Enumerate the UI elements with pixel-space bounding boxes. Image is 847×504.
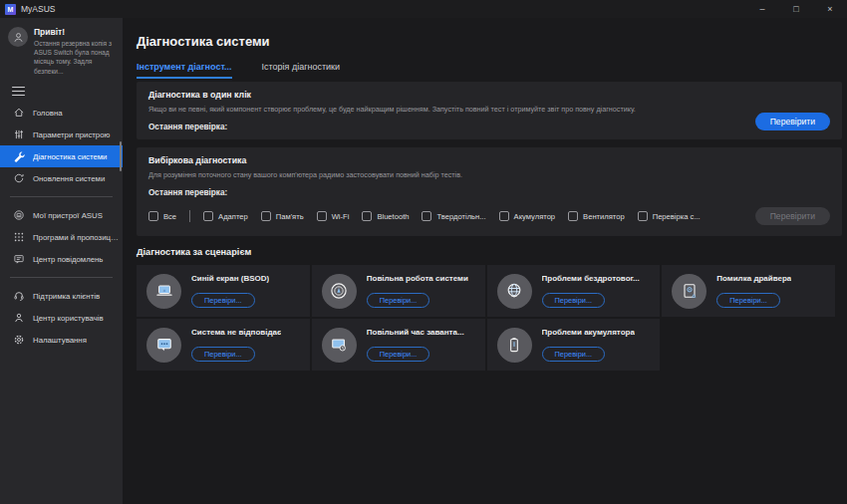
- user-avatar-icon: [12, 31, 25, 44]
- tab-diagnostic-history[interactable]: Історія діагностики: [262, 62, 341, 79]
- sidebar-item-my-asus-devices[interactable]: Мої пристрої ASUS: [0, 204, 123, 226]
- globe-icon: [497, 274, 532, 309]
- page-title: Діагностика системи: [137, 34, 842, 49]
- checkbox-system-check[interactable]: Перевірка с...: [638, 211, 701, 221]
- checkbox-bluetooth[interactable]: Bluetooth: [362, 211, 409, 221]
- tab-bar: Інструмент діагност... Історія діагности…: [137, 62, 842, 79]
- greeting-message: Остання резервна копія з ASUS Switch бул…: [34, 39, 117, 76]
- sidebar-item-settings[interactable]: Налаштування: [0, 329, 123, 351]
- checkbox-fan[interactable]: Вентилятор: [568, 211, 625, 221]
- sidebar-divider: [10, 196, 113, 197]
- monitor-clock-icon: [322, 328, 357, 363]
- gear-icon: [12, 334, 25, 347]
- card-driver-error: Помилка драйвера Перевіри...: [662, 265, 835, 317]
- update-icon: [12, 172, 25, 185]
- checkbox-ssd[interactable]: Твердотільн...: [422, 211, 485, 221]
- chat-dots-icon: [146, 328, 181, 363]
- sidebar: Привіт! Остання резервна копія з ASUS Sw…: [0, 18, 123, 504]
- card-bsod: x Синій екран (BSOD) Перевіри...: [137, 265, 310, 317]
- diagnostic-checkbox-row: Все Адаптер Пам'ять Wi-Fi: [148, 210, 746, 222]
- selective-check-button[interactable]: Перевірити: [755, 207, 830, 225]
- card-driver-check-button[interactable]: Перевіри...: [716, 293, 780, 308]
- card-slow-system-check-button[interactable]: Перевіри...: [367, 293, 430, 308]
- card-not-responding-check-button[interactable]: Перевіри...: [191, 347, 255, 362]
- sidebar-scrollbar[interactable]: [120, 141, 122, 171]
- sidebar-item-system-diagnostics[interactable]: Діагностика системи: [0, 145, 123, 167]
- checkbox-battery[interactable]: Акумулятор: [499, 211, 556, 221]
- scenario-section-title: Діагностика за сценарієм: [137, 247, 842, 257]
- person-icon: [12, 312, 25, 325]
- card-slow-system: Повільна робота системи Перевіри...: [312, 265, 485, 317]
- checkbox-divider: [189, 210, 190, 222]
- apps-grid-icon: [12, 231, 25, 244]
- maximize-button[interactable]: □: [779, 0, 813, 18]
- greeting-title: Привіт!: [34, 27, 117, 37]
- sidebar-item-message-center[interactable]: Центр повідомлень: [0, 248, 123, 270]
- driver-warning-icon: [672, 274, 706, 309]
- window-title: MyASUS: [21, 4, 55, 14]
- selective-diagnostics-panel: Вибіркова діагностика Для розуміння пото…: [137, 147, 842, 236]
- sidebar-item-user-center[interactable]: Центр користувачів: [0, 307, 123, 329]
- one-click-diagnostics-panel: Діагностика в один клік Якщо ви не певні…: [137, 82, 842, 139]
- main-content: Діагностика системи Інструмент діагност.…: [123, 18, 847, 504]
- one-click-title: Діагностика в один клік: [148, 90, 830, 100]
- message-icon: [12, 253, 25, 266]
- sidebar-item-device-settings[interactable]: Параметри пристрою: [0, 124, 123, 145]
- one-click-description: Якщо ви не певні, який компонент створює…: [148, 105, 830, 114]
- myasus-window: M MyASUS – □ × Привіт! Остання резервна …: [0, 0, 847, 504]
- sidebar-item-apps-offers[interactable]: Програми й пропозиції від...: [0, 226, 123, 248]
- sliders-icon: [12, 128, 25, 141]
- laptop-bsod-icon: x: [146, 274, 181, 309]
- card-battery-check-button[interactable]: Перевіри...: [542, 347, 606, 362]
- tab-diagnostic-tool[interactable]: Інструмент діагност...: [137, 62, 232, 79]
- scenario-cards-grid: x Синій екран (BSOD) Перевіри...: [137, 265, 835, 371]
- sidebar-item-home[interactable]: Головна: [0, 102, 123, 124]
- selective-last-check-label: Остання перевірка:: [148, 188, 830, 197]
- card-slow-boot: Повільний час заванта... Перевіри...: [312, 319, 485, 371]
- card-battery: Проблеми акумулятора Перевіри...: [487, 319, 661, 371]
- checkbox-all-box[interactable]: [148, 211, 158, 221]
- sidebar-nav: Головна Параметри пристрою Діагностика с…: [0, 102, 123, 351]
- titlebar: M MyASUS – □ ×: [0, 0, 847, 18]
- myasus-logo-icon: M: [5, 4, 16, 15]
- checkbox-adapter[interactable]: Адаптер: [203, 211, 248, 221]
- sidebar-item-customer-support[interactable]: Підтримка клієнтів: [0, 285, 123, 307]
- checkbox-wifi[interactable]: Wi-Fi: [317, 211, 350, 221]
- selective-title: Вибіркова діагностика: [148, 155, 830, 165]
- sidebar-item-system-update[interactable]: Оновлення системи: [0, 167, 123, 189]
- devices-icon: [12, 209, 25, 222]
- home-icon: [12, 107, 25, 120]
- minimize-button[interactable]: –: [745, 0, 779, 18]
- avatar[interactable]: [8, 27, 28, 47]
- selective-description: Для розуміння поточного стану вашого ком…: [148, 170, 830, 179]
- gauge-icon: [322, 274, 357, 309]
- card-slow-boot-check-button[interactable]: Перевіри...: [367, 347, 430, 362]
- card-not-responding: Система не відповідає Перевіри...: [137, 319, 310, 371]
- one-click-check-button[interactable]: Перевірити: [755, 113, 830, 130]
- close-button[interactable]: ×: [813, 0, 847, 18]
- card-bsod-check-button[interactable]: Перевіри...: [191, 293, 255, 308]
- checkbox-all[interactable]: Все: [148, 211, 176, 221]
- greeting-banner[interactable]: Привіт! Остання резервна копія з ASUS Sw…: [0, 27, 123, 76]
- card-wireless-check-button[interactable]: Перевіри...: [542, 293, 606, 308]
- wrench-icon: [12, 150, 25, 163]
- battery-icon: [497, 328, 532, 363]
- one-click-last-check-label: Остання перевірка:: [148, 123, 830, 131]
- sidebar-divider: [10, 277, 113, 278]
- menu-hamburger-icon[interactable]: [12, 87, 25, 97]
- support-icon: [12, 290, 25, 303]
- checkbox-memory[interactable]: Пам'ять: [261, 211, 304, 221]
- card-wireless: Проблеми бездротовог... Перевіри...: [487, 265, 661, 317]
